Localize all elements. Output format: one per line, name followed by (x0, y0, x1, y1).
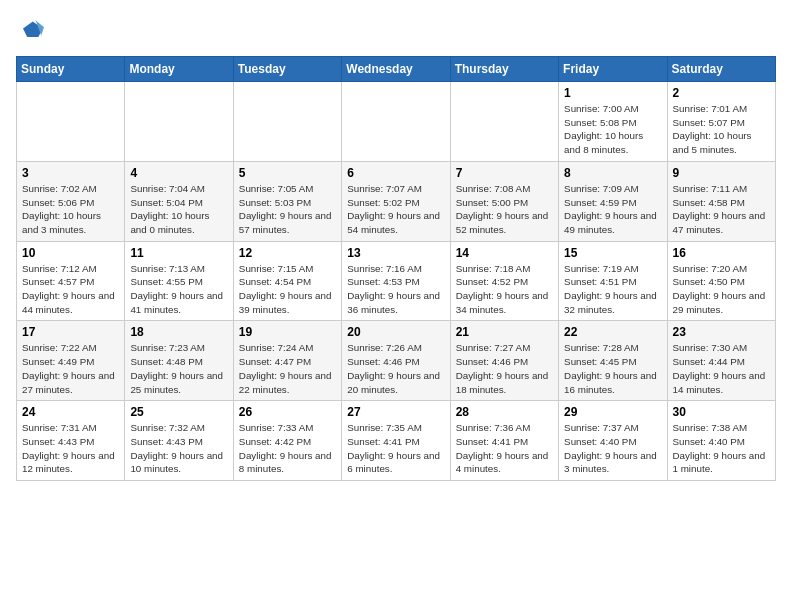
calendar-cell: 16Sunrise: 7:20 AM Sunset: 4:50 PM Dayli… (667, 241, 775, 321)
day-info: Sunrise: 7:24 AM Sunset: 4:47 PM Dayligh… (239, 341, 336, 396)
day-number: 7 (456, 166, 553, 180)
day-info: Sunrise: 7:12 AM Sunset: 4:57 PM Dayligh… (22, 262, 119, 317)
day-info: Sunrise: 7:13 AM Sunset: 4:55 PM Dayligh… (130, 262, 227, 317)
weekday-header: Thursday (450, 57, 558, 82)
day-number: 5 (239, 166, 336, 180)
calendar-cell (233, 82, 341, 162)
day-number: 16 (673, 246, 770, 260)
calendar-cell: 12Sunrise: 7:15 AM Sunset: 4:54 PM Dayli… (233, 241, 341, 321)
calendar-cell: 1Sunrise: 7:00 AM Sunset: 5:08 PM Daylig… (559, 82, 667, 162)
calendar-cell: 9Sunrise: 7:11 AM Sunset: 4:58 PM Daylig… (667, 161, 775, 241)
page-header (16, 16, 776, 44)
day-info: Sunrise: 7:27 AM Sunset: 4:46 PM Dayligh… (456, 341, 553, 396)
day-number: 29 (564, 405, 661, 419)
day-info: Sunrise: 7:02 AM Sunset: 5:06 PM Dayligh… (22, 182, 119, 237)
day-info: Sunrise: 7:05 AM Sunset: 5:03 PM Dayligh… (239, 182, 336, 237)
day-number: 20 (347, 325, 444, 339)
day-info: Sunrise: 7:36 AM Sunset: 4:41 PM Dayligh… (456, 421, 553, 476)
day-info: Sunrise: 7:08 AM Sunset: 5:00 PM Dayligh… (456, 182, 553, 237)
day-number: 18 (130, 325, 227, 339)
day-info: Sunrise: 7:16 AM Sunset: 4:53 PM Dayligh… (347, 262, 444, 317)
calendar-cell (125, 82, 233, 162)
logo-icon (16, 16, 44, 44)
weekday-header: Sunday (17, 57, 125, 82)
day-info: Sunrise: 7:00 AM Sunset: 5:08 PM Dayligh… (564, 102, 661, 157)
calendar-week-row: 1Sunrise: 7:00 AM Sunset: 5:08 PM Daylig… (17, 82, 776, 162)
day-number: 1 (564, 86, 661, 100)
day-info: Sunrise: 7:20 AM Sunset: 4:50 PM Dayligh… (673, 262, 770, 317)
weekday-header: Monday (125, 57, 233, 82)
day-info: Sunrise: 7:37 AM Sunset: 4:40 PM Dayligh… (564, 421, 661, 476)
day-number: 11 (130, 246, 227, 260)
day-number: 30 (673, 405, 770, 419)
calendar-cell: 25Sunrise: 7:32 AM Sunset: 4:43 PM Dayli… (125, 401, 233, 481)
calendar-cell: 18Sunrise: 7:23 AM Sunset: 4:48 PM Dayli… (125, 321, 233, 401)
calendar-week-row: 3Sunrise: 7:02 AM Sunset: 5:06 PM Daylig… (17, 161, 776, 241)
day-number: 17 (22, 325, 119, 339)
calendar-cell: 26Sunrise: 7:33 AM Sunset: 4:42 PM Dayli… (233, 401, 341, 481)
calendar-cell: 22Sunrise: 7:28 AM Sunset: 4:45 PM Dayli… (559, 321, 667, 401)
calendar-cell (342, 82, 450, 162)
day-info: Sunrise: 7:23 AM Sunset: 4:48 PM Dayligh… (130, 341, 227, 396)
day-number: 22 (564, 325, 661, 339)
calendar-cell: 15Sunrise: 7:19 AM Sunset: 4:51 PM Dayli… (559, 241, 667, 321)
day-number: 12 (239, 246, 336, 260)
day-info: Sunrise: 7:33 AM Sunset: 4:42 PM Dayligh… (239, 421, 336, 476)
day-number: 25 (130, 405, 227, 419)
day-number: 3 (22, 166, 119, 180)
day-info: Sunrise: 7:30 AM Sunset: 4:44 PM Dayligh… (673, 341, 770, 396)
day-number: 6 (347, 166, 444, 180)
calendar-cell: 11Sunrise: 7:13 AM Sunset: 4:55 PM Dayli… (125, 241, 233, 321)
day-number: 4 (130, 166, 227, 180)
day-number: 26 (239, 405, 336, 419)
day-number: 9 (673, 166, 770, 180)
day-info: Sunrise: 7:35 AM Sunset: 4:41 PM Dayligh… (347, 421, 444, 476)
calendar-cell: 3Sunrise: 7:02 AM Sunset: 5:06 PM Daylig… (17, 161, 125, 241)
day-info: Sunrise: 7:07 AM Sunset: 5:02 PM Dayligh… (347, 182, 444, 237)
calendar-cell: 21Sunrise: 7:27 AM Sunset: 4:46 PM Dayli… (450, 321, 558, 401)
calendar-cell: 6Sunrise: 7:07 AM Sunset: 5:02 PM Daylig… (342, 161, 450, 241)
calendar-cell: 20Sunrise: 7:26 AM Sunset: 4:46 PM Dayli… (342, 321, 450, 401)
calendar-header-row: SundayMondayTuesdayWednesdayThursdayFrid… (17, 57, 776, 82)
day-number: 27 (347, 405, 444, 419)
calendar-cell: 23Sunrise: 7:30 AM Sunset: 4:44 PM Dayli… (667, 321, 775, 401)
calendar-cell: 19Sunrise: 7:24 AM Sunset: 4:47 PM Dayli… (233, 321, 341, 401)
day-number: 15 (564, 246, 661, 260)
day-number: 24 (22, 405, 119, 419)
day-info: Sunrise: 7:04 AM Sunset: 5:04 PM Dayligh… (130, 182, 227, 237)
calendar-cell: 8Sunrise: 7:09 AM Sunset: 4:59 PM Daylig… (559, 161, 667, 241)
calendar-week-row: 24Sunrise: 7:31 AM Sunset: 4:43 PM Dayli… (17, 401, 776, 481)
day-info: Sunrise: 7:38 AM Sunset: 4:40 PM Dayligh… (673, 421, 770, 476)
calendar-cell: 28Sunrise: 7:36 AM Sunset: 4:41 PM Dayli… (450, 401, 558, 481)
logo (16, 16, 46, 44)
calendar-cell: 17Sunrise: 7:22 AM Sunset: 4:49 PM Dayli… (17, 321, 125, 401)
calendar-cell: 27Sunrise: 7:35 AM Sunset: 4:41 PM Dayli… (342, 401, 450, 481)
calendar-cell: 4Sunrise: 7:04 AM Sunset: 5:04 PM Daylig… (125, 161, 233, 241)
day-number: 10 (22, 246, 119, 260)
day-info: Sunrise: 7:18 AM Sunset: 4:52 PM Dayligh… (456, 262, 553, 317)
weekday-header: Friday (559, 57, 667, 82)
day-info: Sunrise: 7:31 AM Sunset: 4:43 PM Dayligh… (22, 421, 119, 476)
day-info: Sunrise: 7:09 AM Sunset: 4:59 PM Dayligh… (564, 182, 661, 237)
day-info: Sunrise: 7:26 AM Sunset: 4:46 PM Dayligh… (347, 341, 444, 396)
day-info: Sunrise: 7:15 AM Sunset: 4:54 PM Dayligh… (239, 262, 336, 317)
day-info: Sunrise: 7:28 AM Sunset: 4:45 PM Dayligh… (564, 341, 661, 396)
day-number: 19 (239, 325, 336, 339)
day-info: Sunrise: 7:11 AM Sunset: 4:58 PM Dayligh… (673, 182, 770, 237)
calendar-cell: 14Sunrise: 7:18 AM Sunset: 4:52 PM Dayli… (450, 241, 558, 321)
calendar-table: SundayMondayTuesdayWednesdayThursdayFrid… (16, 56, 776, 481)
day-number: 21 (456, 325, 553, 339)
calendar-week-row: 10Sunrise: 7:12 AM Sunset: 4:57 PM Dayli… (17, 241, 776, 321)
calendar-cell: 5Sunrise: 7:05 AM Sunset: 5:03 PM Daylig… (233, 161, 341, 241)
calendar-cell (450, 82, 558, 162)
day-number: 14 (456, 246, 553, 260)
calendar-cell: 29Sunrise: 7:37 AM Sunset: 4:40 PM Dayli… (559, 401, 667, 481)
day-number: 13 (347, 246, 444, 260)
calendar-cell: 7Sunrise: 7:08 AM Sunset: 5:00 PM Daylig… (450, 161, 558, 241)
day-number: 8 (564, 166, 661, 180)
calendar-cell: 2Sunrise: 7:01 AM Sunset: 5:07 PM Daylig… (667, 82, 775, 162)
calendar-week-row: 17Sunrise: 7:22 AM Sunset: 4:49 PM Dayli… (17, 321, 776, 401)
weekday-header: Wednesday (342, 57, 450, 82)
calendar-cell: 10Sunrise: 7:12 AM Sunset: 4:57 PM Dayli… (17, 241, 125, 321)
day-number: 23 (673, 325, 770, 339)
